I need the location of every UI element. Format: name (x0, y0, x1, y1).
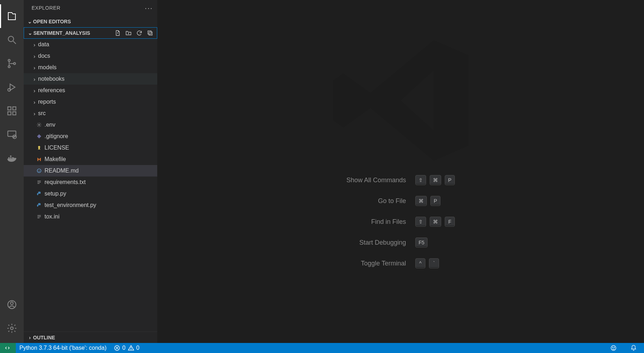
chevron-right-icon: › (31, 65, 38, 71)
svg-point-0 (8, 36, 14, 42)
project-section[interactable]: ⌄ SENTIMENT_ANALYSIS (24, 27, 157, 39)
extensions-icon[interactable] (0, 99, 24, 123)
file-item[interactable]: .gitignore (24, 131, 157, 142)
command-label: Find in Files (346, 218, 406, 226)
file-item[interactable]: LICENSE (24, 142, 157, 154)
explorer-icon[interactable] (0, 4, 24, 28)
problems-status[interactable]: 0 0 (110, 343, 143, 353)
svg-point-44 (611, 345, 616, 350)
collapse-all-icon[interactable] (147, 30, 153, 36)
chevron-right-icon: › (31, 42, 38, 48)
feedback-icon[interactable] (607, 343, 620, 353)
svg-rect-25 (148, 31, 151, 34)
outline-section[interactable]: › OUTLINE (24, 331, 157, 343)
file-item[interactable]: test_environment.py (24, 199, 157, 211)
folder-item[interactable]: ›src (24, 108, 157, 119)
command-label: Toggle Terminal (346, 260, 406, 267)
svg-point-6 (8, 89, 11, 91)
folder-label: data (38, 41, 49, 48)
file-item[interactable]: Makefile (24, 154, 157, 165)
warning-icon (128, 345, 134, 351)
chevron-right-icon: › (31, 110, 38, 117)
file-type-icon (35, 145, 43, 150)
file-item[interactable]: tox.ini (24, 211, 157, 222)
search-icon[interactable] (0, 28, 24, 52)
svg-point-19 (10, 302, 13, 305)
folder-label: src (38, 110, 46, 117)
settings-gear-icon[interactable] (0, 316, 24, 340)
sidebar-header: EXPLORER ··· (24, 0, 157, 16)
source-control-icon[interactable] (0, 52, 24, 75)
folder-item[interactable]: ›data (24, 39, 157, 50)
command-keys: F5 (415, 237, 455, 248)
notifications-icon[interactable] (627, 343, 640, 353)
file-label: setup.py (45, 190, 66, 197)
file-label: Makefile (45, 156, 66, 163)
svg-point-27 (38, 124, 40, 126)
command-label: Start Debugging (346, 239, 406, 246)
folder-item[interactable]: ›references (24, 85, 157, 96)
sidebar: EXPLORER ··· ⌄ OPEN EDITORS ⌄ SENTIMENT_… (24, 0, 157, 343)
file-label: .env (45, 122, 55, 128)
file-item[interactable]: requirements.txt (24, 176, 157, 188)
svg-point-43 (131, 349, 131, 349)
folder-label: references (38, 87, 65, 94)
error-icon (114, 345, 120, 351)
file-tree: ›data›docs›models›notebooks›references›r… (24, 39, 157, 331)
warning-count: 0 (136, 345, 140, 351)
file-type-icon (35, 180, 43, 185)
svg-rect-17 (10, 156, 11, 157)
remote-button[interactable] (0, 343, 16, 353)
welcome-commands: Show All Commands⇧⌘PGo to File⌘PFind in … (346, 175, 455, 268)
file-item[interactable]: README.md (24, 165, 157, 176)
folder-item[interactable]: ›reports (24, 96, 157, 108)
svg-rect-9 (13, 112, 16, 115)
command-keys: ^` (415, 258, 455, 268)
chevron-right-icon: › (31, 76, 38, 82)
file-label: test_environment.py (45, 202, 96, 208)
remote-explorer-icon[interactable] (0, 123, 24, 146)
key: ⌘ (430, 217, 441, 227)
chevron-right-icon: › (31, 88, 38, 94)
file-item[interactable]: setup.py (24, 188, 157, 199)
folder-item[interactable]: ›notebooks (24, 73, 157, 85)
file-label: .gitignore (45, 133, 68, 140)
svg-point-20 (10, 327, 13, 330)
file-type-icon (35, 134, 43, 139)
new-folder-icon[interactable] (125, 30, 132, 36)
file-type-icon (35, 203, 43, 208)
activity-bar (0, 0, 24, 343)
more-actions-icon[interactable]: ··· (145, 4, 153, 12)
outline-label: OUTLINE (33, 335, 55, 340)
refresh-icon[interactable] (136, 30, 143, 36)
python-interpreter-label: Python 3.7.3 64-bit ('base': conda) (19, 345, 107, 351)
svg-rect-7 (8, 107, 11, 110)
editor-area: Show All Commands⇧⌘PGo to File⌘PFind in … (157, 0, 644, 343)
folder-label: notebooks (38, 76, 65, 82)
debug-icon[interactable] (0, 75, 24, 99)
folder-item[interactable]: ›models (24, 62, 157, 73)
open-editors-section[interactable]: ⌄ OPEN EDITORS (24, 16, 157, 27)
new-file-icon[interactable] (115, 30, 121, 36)
file-type-icon (35, 214, 43, 219)
folder-label: models (38, 64, 57, 71)
folder-item[interactable]: ›docs (24, 50, 157, 62)
docker-icon[interactable] (0, 146, 24, 170)
key: ^ (415, 258, 425, 268)
svg-rect-26 (149, 32, 152, 35)
file-label: LICENSE (45, 145, 69, 151)
svg-point-4 (14, 62, 16, 65)
python-interpreter[interactable]: Python 3.7.3 64-bit ('base': conda) (16, 343, 110, 353)
file-item[interactable]: .env (24, 119, 157, 131)
chevron-right-icon: › (31, 53, 38, 59)
svg-point-46 (614, 347, 615, 348)
key: ` (429, 258, 439, 268)
svg-rect-14 (8, 157, 10, 159)
file-type-icon (35, 122, 43, 127)
key: ⇧ (415, 217, 426, 227)
accounts-icon[interactable] (0, 293, 24, 316)
folder-label: docs (38, 53, 50, 59)
sidebar-title: EXPLORER (32, 5, 60, 11)
chevron-down-icon: ⌄ (27, 30, 33, 36)
command-keys: ⌘P (415, 196, 455, 206)
